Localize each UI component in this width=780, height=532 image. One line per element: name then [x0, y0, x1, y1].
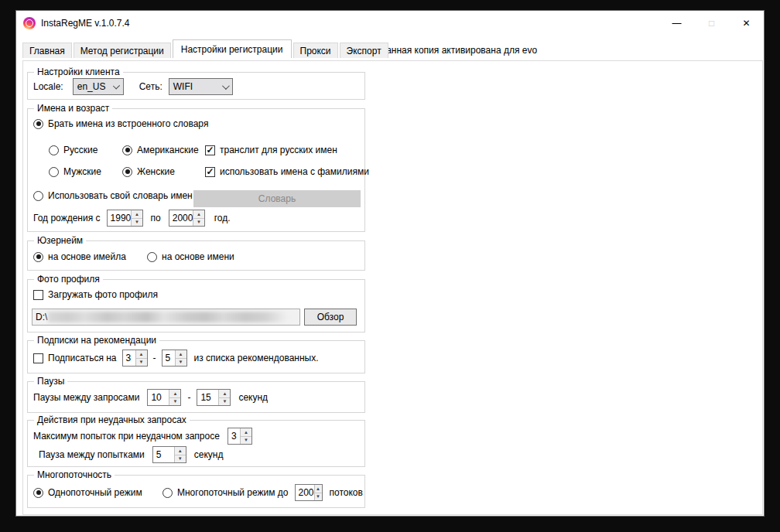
spin-up-icon[interactable]: ▲ [169, 390, 180, 398]
tab-strip: Главная Метод регистрации Настройки реги… [22, 43, 390, 58]
spin-down-icon[interactable]: ▼ [169, 398, 180, 406]
group-failed-requests: Действия при неудачных запросах Максимум… [27, 420, 365, 467]
american-names-radio[interactable] [122, 145, 132, 155]
username-by-email-radio[interactable] [33, 252, 43, 262]
spin-up-icon[interactable]: ▲ [193, 210, 204, 219]
group-title: Настройки клиента [34, 66, 123, 77]
upload-photo-label: Загружать фото профиля [48, 289, 158, 300]
retry-pause-spinner[interactable]: 5 ▲▼ [152, 446, 186, 463]
builtin-dictionary-label: Брать имена из встроенного словаря [48, 118, 208, 129]
threads-count-spinner[interactable]: 200 ▲▼ [295, 484, 323, 501]
follow-from-spinner[interactable]: 3 ▲▼ [122, 350, 148, 367]
birth-year-to-spinner[interactable]: 2000 ▲▼ [169, 210, 205, 227]
tab-main[interactable]: Главная [22, 43, 72, 58]
birth-year-suffix-label: год. [214, 213, 231, 223]
spin-up-icon[interactable]: ▲ [176, 350, 186, 359]
max-retries-spinner[interactable]: 3 ▲▼ [228, 428, 252, 445]
chevron-down-icon [222, 82, 230, 90]
network-label: Сеть: [139, 81, 162, 92]
group-client-settings: Настройки клиента Locale: en_US Сеть: WI… [27, 72, 365, 100]
spin-up-icon[interactable]: ▲ [175, 447, 186, 455]
upload-photo-checkbox[interactable] [33, 290, 43, 300]
own-dictionary-radio[interactable] [33, 191, 43, 201]
retry-pause-label: Пауза между попытками [39, 449, 145, 460]
group-title: Многопоточность [34, 469, 115, 480]
network-select[interactable]: WIFI [169, 78, 233, 95]
retry-pause-suffix-label: секунд [194, 449, 224, 460]
photo-path-input[interactable]: D:\ [32, 309, 300, 326]
tab-registration-settings[interactable]: Настройки регистрации [173, 39, 292, 58]
follow-label: Подписаться на [48, 353, 117, 363]
male-names-radio[interactable] [49, 167, 59, 177]
surnames-checkbox[interactable] [205, 167, 215, 177]
pauses-suffix-label: секунд [238, 392, 268, 403]
follow-checkbox[interactable] [33, 353, 43, 363]
app-window: InstaRegME v.1.0.7.4 — □ ✕ Главная Метод… [15, 10, 765, 517]
russian-names-radio[interactable] [49, 145, 59, 155]
birth-year-prefix-label: Год рождения с [33, 213, 101, 223]
tab-registration-method[interactable]: Метод регистрации [74, 43, 171, 58]
close-button[interactable]: ✕ [729, 11, 764, 36]
redacted-path-blur [48, 312, 295, 322]
translit-checkbox[interactable] [205, 145, 215, 155]
spin-down-icon[interactable]: ▼ [219, 398, 230, 406]
translit-label: транслит для русских имен [220, 145, 337, 155]
max-retries-label: Максимум попыток при неудачном запросе [33, 431, 220, 442]
group-follow-recommendations: Подписки на рекомендации Подписаться на … [27, 340, 365, 373]
spin-down-icon[interactable]: ▼ [176, 359, 186, 367]
network-value: WIFI [173, 81, 193, 92]
spin-down-icon[interactable]: ▼ [132, 219, 142, 227]
spin-down-icon[interactable]: ▼ [193, 219, 204, 227]
threads-suffix-label: потоков [330, 487, 363, 498]
multi-thread-label: Многопоточный режим до [177, 487, 289, 498]
russian-names-label: Русские [63, 145, 122, 155]
birth-year-from-spinner[interactable]: 1990 ▲▼ [107, 210, 143, 227]
spin-up-icon[interactable]: ▲ [132, 210, 142, 219]
username-by-name-label: на основе имени [162, 251, 234, 262]
maximize-button: □ [694, 11, 729, 36]
pauses-dash-label: - [187, 392, 190, 403]
chevron-down-icon [113, 82, 120, 89]
pauses-label: Паузы между запросами [33, 392, 139, 403]
minimize-button[interactable]: — [659, 11, 694, 36]
spin-down-icon[interactable]: ▼ [175, 455, 186, 463]
group-names-age: Имена и возраст Брать имена из встроенно… [27, 108, 365, 232]
locale-select[interactable]: en_US [73, 78, 124, 95]
locale-label: Locale: [33, 81, 63, 92]
title-bar: InstaRegME v.1.0.7.4 — □ ✕ [16, 11, 764, 36]
spin-up-icon[interactable]: ▲ [241, 428, 251, 437]
username-by-name-radio[interactable] [147, 252, 157, 262]
window-title: InstaRegME v.1.0.7.4 [41, 18, 130, 29]
follow-to-spinner[interactable]: 5 ▲▼ [162, 350, 187, 367]
spin-up-icon[interactable]: ▲ [219, 390, 230, 398]
spin-up-icon[interactable]: ▲ [136, 350, 147, 359]
spin-up-icon[interactable]: ▲ [315, 485, 322, 493]
builtin-dictionary-radio[interactable] [33, 119, 43, 129]
multi-thread-radio[interactable] [162, 488, 173, 498]
pause-to-spinner[interactable]: 15 ▲▼ [197, 389, 231, 406]
group-title: Подписки на рекомендации [34, 335, 159, 346]
follow-suffix-label: из списка рекомендованных. [194, 353, 319, 363]
male-names-label: Мужские [63, 166, 122, 177]
dictionary-button: Словарь [193, 190, 361, 207]
american-names-label: Американские [137, 145, 205, 155]
own-dictionary-label: Использовать свой словарь имен [48, 190, 193, 201]
registration-settings-page: Настройки клиента Locale: en_US Сеть: WI… [22, 60, 763, 515]
follow-dash-label: - [153, 353, 156, 363]
activation-status-text: Данная копия активирована для evo [380, 45, 537, 56]
spin-down-icon[interactable]: ▼ [315, 493, 322, 501]
group-title: Юзернейм [34, 235, 86, 246]
browse-button[interactable]: Обзор [304, 309, 357, 326]
group-profile-photo: Фото профиля Загружать фото профиля D:\ … [27, 279, 365, 332]
window-controls: — □ ✕ [659, 11, 764, 36]
single-thread-radio[interactable] [33, 488, 43, 498]
tab-proxy[interactable]: Прокси [293, 43, 338, 58]
birth-year-middle-label: по [151, 213, 161, 223]
surnames-label: использовать имена с фамилиями [220, 166, 369, 177]
female-names-radio[interactable] [122, 167, 132, 177]
pause-from-spinner[interactable]: 10 ▲▼ [147, 389, 181, 406]
group-title: Имена и возраст [34, 103, 112, 114]
tab-export[interactable]: Экспорт [340, 43, 388, 58]
spin-down-icon[interactable]: ▼ [241, 437, 251, 445]
spin-down-icon[interactable]: ▼ [136, 359, 147, 367]
